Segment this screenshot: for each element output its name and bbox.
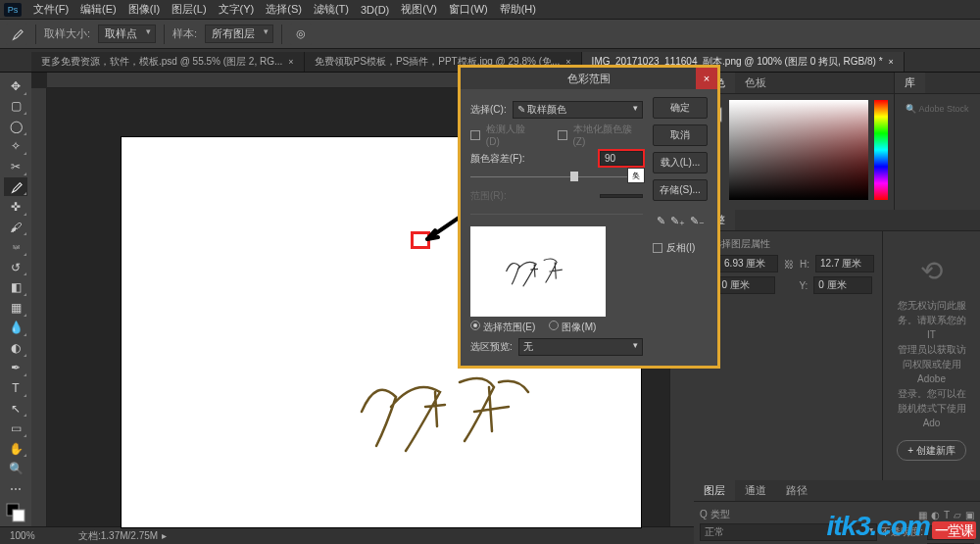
width-field[interactable]: 6.93 厘米 <box>719 255 778 272</box>
save-button[interactable]: 存储(S)... <box>653 179 708 201</box>
tool-panel: ✥ ▢ ◯ ✧ ✂ ✜ 🖌 ⎃ ↺ ◧ ▦ 💧 ◐ ✒ T ↖ ▭ ✋ 🔍 ⋯ <box>0 73 31 526</box>
close-icon[interactable]: × <box>696 68 717 89</box>
wand-tool-icon[interactable]: ✧ <box>4 137 27 157</box>
more-tools-icon[interactable]: ⋯ <box>4 479 27 499</box>
blur-tool-icon[interactable]: 💧 <box>4 319 27 338</box>
radio-selection-label: 选择范围(E) <box>483 321 535 332</box>
stamp-tool-icon[interactable]: ⎃ <box>4 237 27 257</box>
dialog-titlebar[interactable]: 色彩范围 × <box>461 68 717 89</box>
sample-size-dropdown[interactable]: 取样点 <box>98 25 156 43</box>
x-field[interactable]: 0 厘米 <box>716 276 775 294</box>
invert-label: 反相(I) <box>666 241 695 255</box>
svg-rect-1 <box>13 510 24 521</box>
history-brush-icon[interactable]: ↺ <box>4 258 27 277</box>
dodge-tool-icon[interactable]: ◐ <box>4 338 27 358</box>
preview-label: 选区预览: <box>470 340 513 354</box>
height-label: H: <box>800 259 809 270</box>
color-range-dialog: 色彩范围 × 选择(C): ✎ 取样颜色 检测人脸(D) 本地化颜色簇(Z) 颜… <box>458 65 720 369</box>
eyedropper-icon[interactable]: ✎ <box>657 215 665 227</box>
sample-size-label: 取样大小: <box>44 26 90 41</box>
menu-edit[interactable]: 编辑(E) <box>74 0 122 19</box>
gradient-tool-icon[interactable]: ▦ <box>4 298 27 318</box>
ruler-vertical[interactable] <box>31 88 47 526</box>
doc-tab-1[interactable]: 更多免费资源，软件，模板.psd @ 55.5% (图层 2, RG...× <box>31 52 305 72</box>
pen-tool-icon[interactable]: ✒ <box>4 359 27 378</box>
tab-paths[interactable]: 路径 <box>776 480 817 501</box>
detect-faces-checkbox <box>470 130 480 140</box>
radio-image[interactable] <box>549 321 559 330</box>
invert-checkbox[interactable] <box>653 243 662 253</box>
properties-panel: 未选择图层属性 W: 6.93 厘米 ⛓ H: 12.7 厘米 X: 0 厘米 … <box>694 231 882 480</box>
sample-layer-dropdown[interactable]: 所有图层 <box>205 25 273 43</box>
color-panel-tabs: 颜色 色板 <box>694 73 894 94</box>
close-icon[interactable]: × <box>288 57 293 67</box>
layer-panel-tabs: 图层 通道 路径 <box>694 480 980 502</box>
cancel-button[interactable]: 取消 <box>653 124 708 146</box>
select-dropdown[interactable]: ✎ 取样颜色 <box>513 101 643 119</box>
radio-image-label: 图像(M) <box>562 321 596 332</box>
preview-image[interactable] <box>470 226 606 317</box>
color-swatches-icon[interactable] <box>4 499 27 525</box>
hue-slider[interactable] <box>874 100 888 200</box>
path-tool-icon[interactable]: ↖ <box>4 399 27 419</box>
menu-3d[interactable]: 3D(D) <box>355 2 395 18</box>
show-ring-icon[interactable]: ◎ <box>290 24 312 45</box>
eraser-tool-icon[interactable]: ◧ <box>4 277 27 297</box>
zoom-level[interactable]: 100% <box>10 530 59 541</box>
fuzziness-slider[interactable]: 奂 <box>470 170 643 183</box>
heal-tool-icon[interactable]: ✜ <box>4 197 27 217</box>
range-slider <box>470 207 643 221</box>
lasso-tool-icon[interactable]: ◯ <box>4 117 27 136</box>
range-field <box>600 194 643 198</box>
y-field[interactable]: 0 厘米 <box>813 276 872 294</box>
kind-label: Q 类型 <box>700 508 730 521</box>
shape-tool-icon[interactable]: ▭ <box>4 419 27 438</box>
library-search[interactable]: 🔍 Adobe Stock <box>895 94 980 124</box>
eyedropper-tool-icon[interactable] <box>6 24 27 45</box>
menu-window[interactable]: 窗口(W) <box>443 0 494 19</box>
hand-tool-icon[interactable]: ✋ <box>4 439 27 459</box>
properties-title: 未选择图层属性 <box>702 237 874 251</box>
fuzziness-field[interactable]: 90 <box>600 151 643 166</box>
menu-image[interactable]: 图像(I) <box>122 0 166 19</box>
select-label: 选择(C): <box>470 103 507 117</box>
library-msg: 您无权访问此服务。请联系您的 IT <box>893 298 970 342</box>
menu-view[interactable]: 视图(V) <box>395 0 443 19</box>
eyedropper-tool-icon[interactable] <box>4 177 27 197</box>
sample-layer-label: 样本: <box>172 26 197 41</box>
brush-tool-icon[interactable]: 🖌 <box>4 218 27 237</box>
preview-dropdown[interactable]: 无 <box>518 338 643 356</box>
menu-select[interactable]: 选择(S) <box>260 0 308 19</box>
ok-button[interactable]: 确定 <box>653 97 708 119</box>
tab-channels[interactable]: 通道 <box>735 480 776 501</box>
height-field[interactable]: 12.7 厘米 <box>815 255 874 272</box>
tab-swatches[interactable]: 色板 <box>735 73 776 93</box>
localized-checkbox[interactable] <box>558 130 567 140</box>
menu-filter[interactable]: 滤镜(T) <box>308 0 355 19</box>
marquee-tool-icon[interactable]: ▢ <box>4 97 27 117</box>
menu-help[interactable]: 帮助(H) <box>494 0 542 19</box>
menu-type[interactable]: 文字(Y) <box>213 0 261 19</box>
load-button[interactable]: 载入(L)... <box>653 152 708 173</box>
menubar: Ps 文件(F) 编辑(E) 图像(I) 图层(L) 文字(Y) 选择(S) 滤… <box>0 0 980 20</box>
cloud-icon: ⟲ <box>893 251 970 292</box>
tab-layers[interactable]: 图层 <box>694 480 735 501</box>
radio-selection[interactable] <box>470 321 480 330</box>
document-size[interactable]: 文档:1.37M/2.75M <box>78 529 158 543</box>
menu-file[interactable]: 文件(F) <box>27 0 74 19</box>
libraries-panel: ⟲ 您无权访问此服务。请联系您的 IT 管理员以获取访问权限或使用 Adobe … <box>882 231 980 480</box>
link-wh-icon[interactable]: ⛓ <box>784 259 794 270</box>
invert-swatch: 奂 <box>627 168 645 183</box>
zoom-tool-icon[interactable]: 🔍 <box>4 459 27 478</box>
type-tool-icon[interactable]: T <box>4 378 27 398</box>
move-tool-icon[interactable]: ✥ <box>4 76 27 96</box>
color-field[interactable] <box>729 100 868 200</box>
menu-layer[interactable]: 图层(L) <box>166 0 212 19</box>
eyedropper-minus-icon[interactable]: ✎₋ <box>690 215 705 227</box>
tab-libraries[interactable]: 库 <box>895 73 925 93</box>
eyedropper-plus-icon[interactable]: ✎₊ <box>670 215 685 227</box>
crop-tool-icon[interactable]: ✂ <box>4 157 27 176</box>
create-library-button[interactable]: + 创建新库 <box>897 440 966 461</box>
detect-faces-label: 检测人脸(D) <box>486 123 538 147</box>
close-icon[interactable]: × <box>889 57 894 67</box>
